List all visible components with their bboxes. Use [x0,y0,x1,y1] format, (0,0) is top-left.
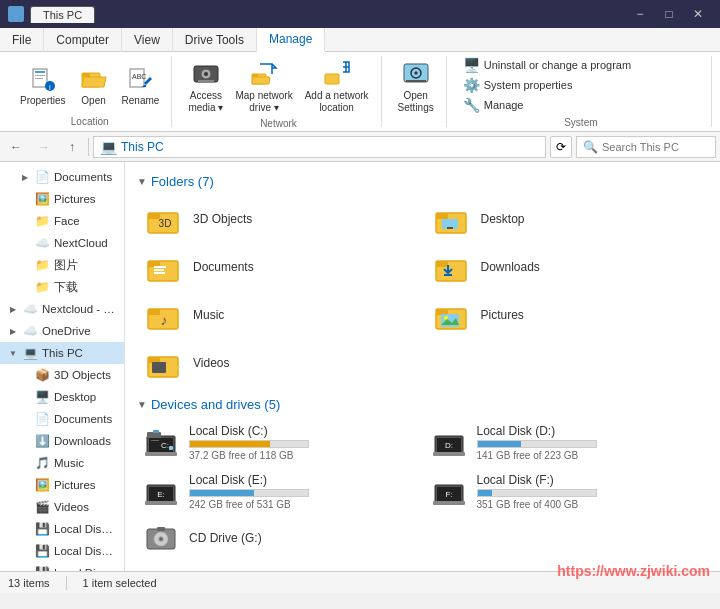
access-media-button[interactable]: Accessmedia ▾ [184,56,227,116]
svg-rect-43 [152,362,166,373]
sidebar-item-videos[interactable]: 🎬 Videos [0,496,124,518]
folder-item-videos[interactable]: Videos [137,341,421,385]
properties-button[interactable]: i Properties [16,61,70,109]
open-button[interactable]: Open [74,61,114,109]
sidebar-item-pictures-cn[interactable]: 📁 图片 [0,254,124,276]
network-buttons: Accessmedia ▾ Map networkdrive ▾ Add a n… [184,56,372,116]
main-area: ▶ 📄 Documents 🖼️ Pictures 📁 Face ☁️ Next… [0,162,720,571]
folder-item-music[interactable]: ♪ Music [137,293,421,337]
window-icon [8,6,24,22]
svg-rect-69 [157,527,165,531]
drives-section-header[interactable]: ▼ Devices and drives (5) [137,397,708,412]
tab-manage[interactable]: Manage [257,28,325,52]
sidebar-item-pictures-quick[interactable]: 🖼️ Pictures [0,188,124,210]
uninstall-program-button[interactable]: 🖥️ Uninstall or change a program [459,55,703,75]
folder-item-desktop[interactable]: Desktop [425,197,709,241]
svg-rect-24 [436,213,448,219]
network-section-header[interactable]: ▼ Network locations (1) [137,570,708,571]
maximize-button[interactable]: □ [655,4,683,24]
sidebar-item-face[interactable]: 📁 Face [0,210,124,232]
expand-icon [20,370,30,380]
sidebar-item-nextcloud-chie[interactable]: ▶ ☁️ Nextcloud - Chie [0,298,124,320]
up-button[interactable]: ↑ [60,135,84,159]
tab-view[interactable]: View [122,28,173,52]
folders-expand-arrow: ▼ [137,176,147,187]
thispc-icon: 💻 [22,345,38,361]
sidebar-item-thispc[interactable]: ▼ 💻 This PC [0,342,124,364]
sidebar-item-local-disk-c[interactable]: 💾 Local Disk (C:) [0,518,124,540]
drive-item-e[interactable]: E: Local Disk (E:) 242 GB free of 531 GB [137,469,421,514]
forward-button[interactable]: → [32,135,56,159]
svg-rect-51 [153,430,159,433]
sidebar-item-3dobjects[interactable]: 📦 3D Objects [0,364,124,386]
folder-documents-label: Documents [193,260,254,274]
sidebar-item-pictures[interactable]: 🖼️ Pictures [0,474,124,496]
drive-e-icon: E: [145,476,181,508]
sidebar-item-nextcloud-folder[interactable]: ☁️ NextCloud [0,232,124,254]
sidebar-item-downloads-cn[interactable]: 📁 下载 [0,276,124,298]
path-thispc[interactable]: This PC [121,140,164,154]
tab-drive-tools[interactable]: Drive Tools [173,28,257,52]
sidebar-item-desktop[interactable]: 🖥️ Desktop [0,386,124,408]
chrome-tabs: This PC [30,6,95,23]
path-icon: 💻 [100,139,117,155]
sidebar-item-downloads[interactable]: ⬇️ Downloads [0,430,124,452]
folder-item-3dobjects[interactable]: 3D 3D Objects [137,197,421,241]
back-button[interactable]: ← [4,135,28,159]
sidebar-downloads-cn-label: 下载 [54,280,78,295]
drive-item-c[interactable]: C: Local Disk (C:) 37.2 GB free of 118 G… [137,420,421,465]
drive-c-info: Local Disk (C:) 37.2 GB free of 118 GB [189,424,309,461]
sidebar-item-onedrive[interactable]: ▶ ☁️ OneDrive [0,320,124,342]
manage-button[interactable]: 🔧 Manage [459,95,703,115]
address-path[interactable]: 💻 This PC [93,136,546,158]
svg-rect-55 [433,452,465,456]
drive-item-f[interactable]: F: Local Disk (F:) 351 GB free of 400 GB [425,469,709,514]
sidebar-desktop-label: Desktop [54,391,96,403]
uninstall-label: Uninstall or change a program [484,59,631,71]
expand-icon: ▶ [8,326,18,336]
close-button[interactable]: ✕ [684,4,712,24]
sidebar-item-local-disk-e[interactable]: 💾 Local Disk (E:) [0,562,124,571]
sidebar-documents-quick-label: Documents [54,171,112,183]
sidebar-pictures-cn-label: 图片 [54,258,78,273]
open-settings-button[interactable]: OpenSettings [394,56,438,116]
sidebar-item-music[interactable]: 🎵 Music [0,452,124,474]
folder-music-icon: ♪ [145,297,185,333]
search-input[interactable] [602,141,709,153]
tab-file[interactable]: File [0,28,44,52]
sidebar-item-documents[interactable]: 📄 Documents [0,408,124,430]
drive-f-bar [478,490,492,496]
folders-grid: 3D 3D Objects Desktop Documents [137,197,708,385]
expand-icon [20,436,30,446]
svg-text:E:: E: [157,490,165,499]
downloads-icon: ⬇️ [34,433,50,449]
expand-icon [20,524,30,534]
minimize-button[interactable]: − [626,4,654,24]
network-group-label: Network [260,118,297,129]
svg-text:♪: ♪ [161,312,168,328]
folder-item-downloads[interactable]: Downloads [425,245,709,289]
network-section-label: Network locations (1) [151,570,273,571]
expand-icon [20,414,30,424]
drive-item-g[interactable]: CD Drive (G:) [137,518,421,558]
chrome-left: This PC [8,6,95,23]
svg-rect-16 [325,74,339,84]
system-properties-button[interactable]: ⚙️ System properties [459,75,703,95]
rename-button[interactable]: ABC Rename [118,61,164,109]
drive-g-info: CD Drive (G:) [189,531,262,545]
svg-rect-48 [169,446,173,450]
sidebar: ▶ 📄 Documents 🖼️ Pictures 📁 Face ☁️ Next… [0,162,125,571]
tab-computer[interactable]: Computer [44,28,122,52]
drive-g-icon [145,522,181,554]
map-network-drive-button[interactable]: Map networkdrive ▾ [231,56,296,116]
drive-item-d[interactable]: D: Local Disk (D:) 141 GB free of 223 GB [425,420,709,465]
refresh-button[interactable]: ⟳ [550,136,572,158]
add-network-location-button[interactable]: Add a networklocation [301,56,373,116]
sidebar-item-local-disk-d[interactable]: 💾 Local Disk (D:) [0,540,124,562]
sidebar-item-documents-quick[interactable]: ▶ 📄 Documents [0,166,124,188]
drives-section-label: Devices and drives (5) [151,397,280,412]
folder-item-pictures[interactable]: Pictures [425,293,709,337]
chrome-tab-thispc[interactable]: This PC [30,6,95,23]
folders-section-header[interactable]: ▼ Folders (7) [137,174,708,189]
folder-item-documents[interactable]: Documents [137,245,421,289]
